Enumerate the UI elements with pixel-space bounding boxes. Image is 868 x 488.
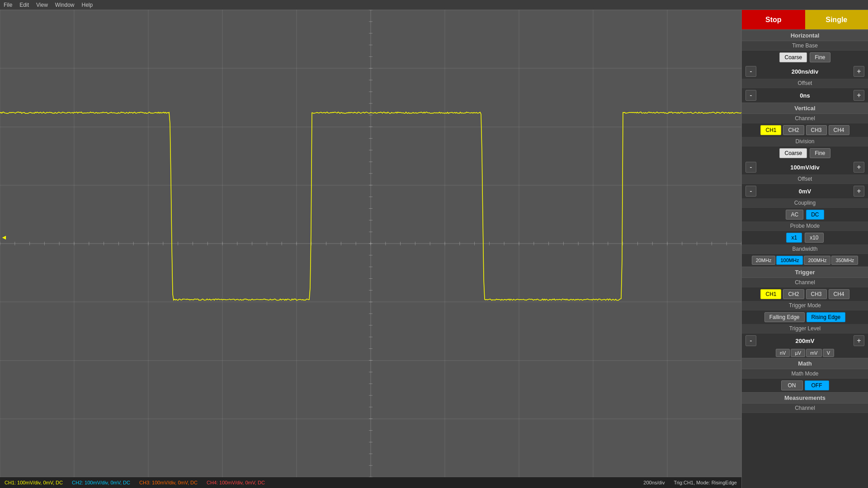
trig-ch3-btn[interactable]: CH3 (806, 289, 827, 299)
waveform-canvas (0, 10, 741, 477)
meas-channel-header: Channel (742, 404, 868, 413)
timebase-coarsefine-row: Coarse Fine (742, 51, 868, 64)
timebase-value: 200ns/div (759, 68, 851, 75)
bw-20mhz-btn[interactable]: 20MHz (752, 256, 776, 265)
triglevel-header: Trigger Level (742, 324, 868, 333)
triglevel-value-row: - 200mV + (742, 333, 868, 348)
timebase-plus-btn[interactable]: + (854, 66, 864, 77)
menu-edit[interactable]: Edit (19, 2, 29, 8)
v-division-plus-btn[interactable]: + (854, 162, 864, 173)
v-offset-value: 0mV (759, 188, 851, 195)
right-panel: Stop Single Horizontal Time Base Coarse … (741, 10, 868, 488)
v-division-minus-btn[interactable]: - (745, 162, 756, 173)
v-offset-value-row: - 0mV + (742, 184, 868, 198)
coupling-dc-btn[interactable]: DC (806, 210, 824, 220)
v-offset-header: Offset (742, 174, 868, 184)
math-onoff-row: ON OFF (742, 379, 868, 392)
menu-help[interactable]: Help (82, 2, 93, 8)
coupling-header: Coupling (742, 198, 868, 208)
trigmode-row: Falling Edge Rising Edge (742, 310, 868, 324)
bandwidth-row: 20MHz 100MHz 200MHz 350MHz (742, 254, 868, 267)
bw-200mhz-btn[interactable]: 200MHz (804, 256, 830, 265)
status-time-div: 200ns/div (643, 480, 665, 485)
math-section: Math (742, 358, 868, 369)
unit-uv-btn[interactable]: µV (791, 349, 805, 357)
status-ch3: CH3: 100mV/div, 0mV, DC (139, 480, 198, 485)
h-offset-value: 0ns (759, 92, 851, 99)
probemode-row: x1 x10 (742, 231, 868, 244)
v-division-fine-btn[interactable]: Fine (810, 148, 830, 158)
trigger-level-marker: ◄ (1, 234, 7, 240)
coupling-ac-btn[interactable]: AC (786, 210, 803, 220)
rising-edge-btn[interactable]: Rising Edge (807, 312, 846, 322)
menu-window[interactable]: Window (55, 2, 75, 8)
status-ch1: CH1: 100mV/div, 0mV, DC (5, 480, 63, 485)
measurements-section: Measurements (742, 392, 868, 404)
timebase-minus-btn[interactable]: - (745, 66, 756, 77)
trig-channel-header: Channel (742, 278, 868, 287)
bw-100mhz-btn[interactable]: 100MHz (776, 256, 803, 265)
coupling-row: AC DC (742, 208, 868, 221)
stop-button[interactable]: Stop (742, 10, 805, 29)
trig-channel-row: CH1 CH2 CH3 CH4 (742, 287, 868, 301)
trigger-section: Trigger (742, 267, 868, 278)
triglevel-plus-btn[interactable]: + (854, 335, 864, 346)
mathmode-header: Math Mode (742, 369, 868, 379)
main-area: ◄ CH1: 100mV/div, 0mV, DC CH2: 100mV/div… (0, 10, 868, 488)
h-offset-plus-btn[interactable]: + (854, 90, 864, 101)
menubar: File Edit View Window Help (0, 0, 868, 10)
probe-x10-btn[interactable]: x10 (805, 233, 823, 243)
horizontal-section: Horizontal (742, 30, 868, 41)
status-trig: Trig:CH1, Mode: RisingEdge (674, 480, 737, 485)
v-division-header: Division (742, 137, 868, 146)
status-bar: CH1: 100mV/div, 0mV, DC CH2: 100mV/div, … (0, 477, 741, 488)
triglevel-minus-btn[interactable]: - (745, 335, 756, 346)
v-ch2-btn[interactable]: CH2 (783, 125, 804, 135)
single-button[interactable]: Single (805, 10, 868, 29)
v-channel-header: Channel (742, 114, 868, 123)
bw-350mhz-btn[interactable]: 350MHz (831, 256, 858, 265)
timebase-header: Time Base (742, 41, 868, 51)
timebase-fine-btn[interactable]: Fine (810, 52, 830, 62)
scope-canvas: ◄ (0, 10, 741, 477)
trig-ch4-btn[interactable]: CH4 (829, 289, 849, 299)
v-offset-plus-btn[interactable]: + (854, 186, 864, 197)
v-division-coarse-btn[interactable]: Coarse (779, 148, 807, 158)
triglevel-value: 200mV (759, 338, 851, 344)
h-offset-header: Offset (742, 79, 868, 88)
v-ch4-btn[interactable]: CH4 (829, 125, 849, 135)
scope-area: ◄ CH1: 100mV/div, 0mV, DC CH2: 100mV/div… (0, 10, 741, 488)
math-off-btn[interactable]: OFF (805, 380, 829, 390)
trig-ch2-btn[interactable]: CH2 (783, 289, 804, 299)
menu-view[interactable]: View (36, 2, 48, 8)
math-on-btn[interactable]: ON (781, 380, 803, 390)
v-channel-row: CH1 CH2 CH3 CH4 (742, 123, 868, 137)
status-ch2: CH2: 100mV/div, 0mV, DC (72, 480, 130, 485)
status-ch4: CH4: 100mV/div, 0mV, DC (207, 480, 265, 485)
trig-ch1-btn[interactable]: CH1 (760, 289, 781, 299)
h-offset-value-row: - 0ns + (742, 88, 868, 103)
v-division-coarsefine-row: Coarse Fine (742, 146, 868, 160)
falling-edge-btn[interactable]: Falling Edge (764, 312, 805, 322)
timebase-coarse-btn[interactable]: Coarse (779, 52, 807, 62)
v-ch1-btn[interactable]: CH1 (760, 125, 781, 135)
menu-file[interactable]: File (4, 2, 12, 8)
h-offset-minus-btn[interactable]: - (745, 90, 756, 101)
probemode-header: Probe Mode (742, 221, 868, 231)
bandwidth-header: Bandwidth (742, 244, 868, 254)
vertical-section: Vertical (742, 103, 868, 114)
unit-v-btn[interactable]: V (823, 349, 834, 357)
v-offset-minus-btn[interactable]: - (745, 186, 756, 197)
top-buttons: Stop Single (742, 10, 868, 30)
v-division-value: 100mV/div (759, 164, 851, 171)
unit-nv-btn[interactable]: nV (776, 349, 790, 357)
trigmode-header: Trigger Mode (742, 301, 868, 310)
probe-x1-btn[interactable]: x1 (786, 233, 802, 243)
triglevel-unit-row: nV µV mV V (742, 348, 868, 358)
unit-mv-btn[interactable]: mV (806, 349, 822, 357)
timebase-value-row: - 200ns/div + (742, 64, 868, 79)
v-ch3-btn[interactable]: CH3 (806, 125, 827, 135)
v-division-value-row: - 100mV/div + (742, 160, 868, 174)
